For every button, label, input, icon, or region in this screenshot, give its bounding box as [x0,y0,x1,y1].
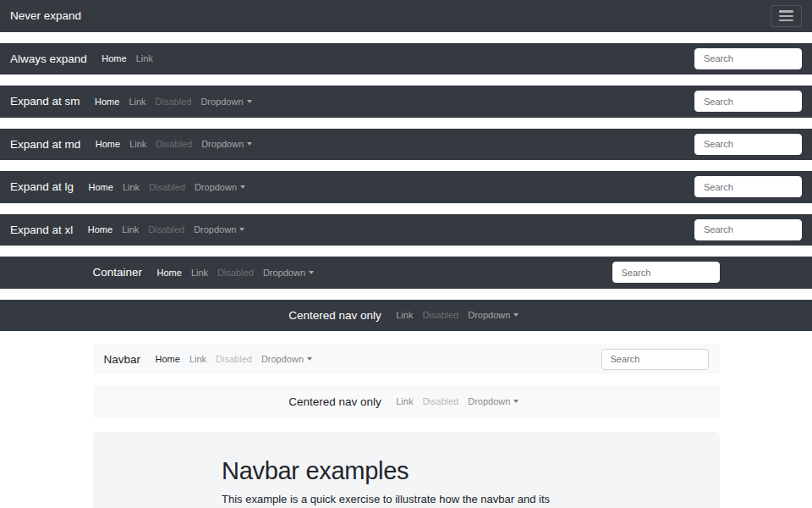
nav-link-home[interactable]: Home [83,224,117,235]
caret-down-icon [309,271,314,274]
nav-link-disabled[interactable]: Disabled [213,268,259,278]
nav-link-link[interactable]: Link [186,268,212,278]
brand-expand-md[interactable]: Expand at md [10,138,80,151]
dropdown-toggle[interactable]: Dropdown [464,396,524,406]
dropdown-toggle[interactable]: Dropdown [258,268,318,278]
navbar-toggler-button[interactable] [771,5,802,27]
caret-down-icon [513,313,518,317]
search-input[interactable] [694,91,802,112]
nav-link-link[interactable]: Link [392,310,418,320]
caret-down-icon [240,185,245,189]
nav-link-link[interactable]: Link [131,53,157,64]
dropdown-toggle[interactable]: Dropdown [189,182,250,192]
navbar-expand-lg: Expand at lg Home Link Disabled Dropdown [0,171,812,203]
intro-paragraph: This example is a quick exercise to illu… [222,491,590,508]
nav-links: Home Link Disabled Dropdown [91,139,256,149]
brand-always-expand[interactable]: Always expand [10,52,87,65]
brand-container[interactable]: Container [93,266,143,279]
caret-down-icon [239,228,244,231]
nav-link-home[interactable]: Home [152,268,186,278]
nav-links: Link Disabled Dropdown [392,310,524,320]
navbar-centered-dark: Centered nav only Link Disabled Dropdown [0,300,812,332]
nav-link-link[interactable]: Link [392,396,418,406]
search-input[interactable] [694,48,802,69]
nav-link-link[interactable]: Link [125,139,151,149]
caret-down-icon [247,100,252,103]
nav-links: Home Link Disabled Dropdown [83,224,249,235]
nav-links: Home Link Disabled Dropdown [91,97,256,107]
nav-link-link[interactable]: Link [118,224,144,235]
nav-link-disabled[interactable]: Disabled [211,354,257,364]
nav-link-disabled[interactable]: Disabled [144,224,189,235]
dropdown-toggle[interactable]: Dropdown [196,97,256,107]
navbar-centered-light: Centered nav only Link Disabled Dropdown [93,385,720,417]
navbar-expand-xl: Expand at xl Home Link Disabled Dropdown [0,214,812,246]
brand-expand-sm[interactable]: Expand at sm [10,95,80,108]
search-input[interactable] [694,134,802,155]
dropdown-toggle[interactable]: Dropdown [256,354,316,364]
search-input[interactable] [612,262,720,283]
brand-never-expand[interactable]: Never expand [10,9,81,22]
hamburger-icon [779,10,793,12]
nav-link-home[interactable]: Home [91,139,124,149]
dropdown-toggle[interactable]: Dropdown [189,224,250,235]
nav-links: Home Link [97,53,158,64]
caret-down-icon [513,400,518,403]
brand-centered-dark[interactable]: Centered nav only [288,309,381,322]
search-input[interactable] [694,176,802,197]
hamburger-icon [779,15,793,17]
navbar-expand-sm: Expand at sm Home Link Disabled Dropdown [0,86,812,118]
dropdown-toggle[interactable]: Dropdown [197,139,257,149]
caret-down-icon [307,357,312,361]
navbar-container: Container Home Link Disabled Dropdown [0,257,812,289]
nav-link-home[interactable]: Home [91,97,124,107]
caret-down-icon [247,142,252,146]
nav-link-disabled[interactable]: Disabled [151,139,197,149]
page-title: Navbar examples [222,456,590,486]
navbar-expand-md: Expand at md Home Link Disabled Dropdown [0,129,812,161]
dropdown-toggle[interactable]: Dropdown [464,310,524,320]
nav-link-link[interactable]: Link [118,182,144,192]
nav-link-disabled[interactable]: Disabled [151,97,196,107]
nav-link-link[interactable]: Link [184,354,211,364]
hamburger-icon [779,19,793,21]
nav-links: Home Link Disabled Dropdown [84,182,250,192]
nav-links: Link Disabled Dropdown [392,396,524,406]
navbar-always-expand: Always expand Home Link [0,43,812,75]
nav-link-disabled[interactable]: Disabled [418,310,464,320]
navbar-container-inner: Container Home Link Disabled Dropdown [93,257,720,289]
nav-links: Home Link Disabled Dropdown [151,354,316,364]
search-input[interactable] [694,219,802,240]
nav-link-disabled[interactable]: Disabled [418,396,464,406]
brand-expand-xl[interactable]: Expand at xl [10,224,73,236]
search-input[interactable] [601,349,709,370]
navbar-light: Navbar Home Link Disabled Dropdown [93,344,720,374]
brand-navbar[interactable]: Navbar [104,353,141,366]
nav-link-home[interactable]: Home [97,53,131,64]
nav-link-home[interactable]: Home [84,182,118,192]
nav-links: Home Link Disabled Dropdown [152,268,318,278]
brand-expand-lg[interactable]: Expand at lg [10,180,74,193]
nav-link-link[interactable]: Link [124,97,151,107]
jumbotron: Navbar examples This example is a quick … [93,432,720,508]
nav-link-disabled[interactable]: Disabled [145,182,190,192]
navbar-never-expand: Never expand [0,0,812,32]
brand-centered-light[interactable]: Centered nav only [288,395,381,408]
nav-link-home[interactable]: Home [151,354,184,364]
jumbotron-column: Navbar examples This example is a quick … [222,456,590,508]
